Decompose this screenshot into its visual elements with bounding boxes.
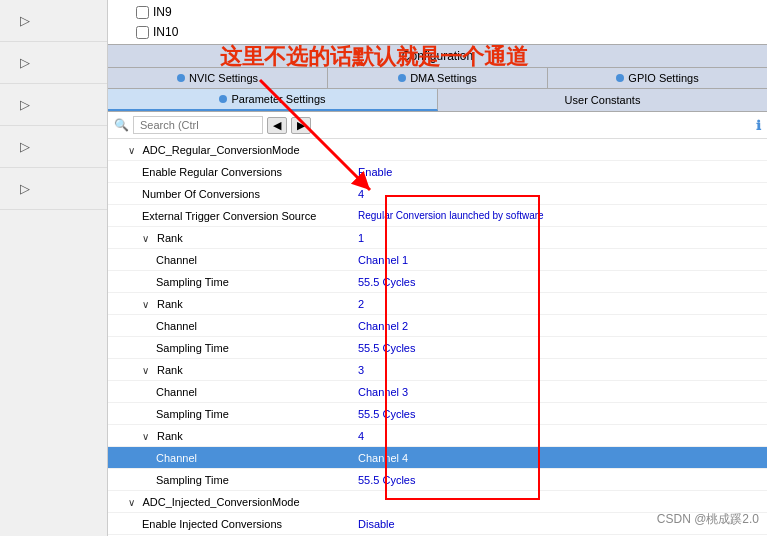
list-item-in9: IN9 [116,2,759,22]
value-sampling1: 55.5 Cycles [354,276,767,288]
value-channel2: Channel 2 [354,320,767,332]
param-tree[interactable]: ∨ ADC_Regular_ConversionMode Enable Regu… [108,139,767,536]
toggle-rank1[interactable]: ∨ [142,233,154,244]
label-in9: IN9 [153,5,172,19]
value-sampling2: 55.5 Cycles [354,342,767,354]
toggle-rank4[interactable]: ∨ [142,431,154,442]
tree-row-sampling1[interactable]: Sampling Time 55.5 Cycles [108,271,767,293]
left-sidebar: ▷ ▷ ▷ ▷ ▷ [0,0,108,536]
tree-row-sampling3[interactable]: Sampling Time 55.5 Cycles [108,403,767,425]
tree-row-adc-regular[interactable]: ∨ ADC_Regular_ConversionMode [108,139,767,161]
arrow-icon-4: ▷ [20,139,30,154]
value-channel3: Channel 3 [354,386,767,398]
toggle-adc-regular[interactable]: ∨ [128,145,140,156]
prev-button[interactable]: ◀ [267,117,287,134]
label-num-conversions: Number Of Conversions [114,188,354,200]
label-adc-injected: ∨ ADC_Injected_ConversionMode [114,496,354,508]
label-channel2: Channel [114,320,354,332]
sidebar-item-1[interactable]: ▷ [0,0,107,42]
search-bar: 🔍 ◀ ▶ ℹ [108,112,767,139]
sidebar-item-3[interactable]: ▷ [0,84,107,126]
tree-row-num-conversions[interactable]: Number Of Conversions 4 [108,183,767,205]
next-button[interactable]: ▶ [291,117,311,134]
watermark: CSDN @桃成蹊2.0 [657,511,759,528]
sidebar-item-5[interactable]: ▷ [0,168,107,210]
tab-parameter-settings[interactable]: Parameter Settings [108,89,438,111]
value-rank1: 1 [354,232,767,244]
value-rank3: 3 [354,364,767,376]
annotation-text: 这里不选的话默认就是一个通道 [220,42,528,72]
tree-row-adc-injected[interactable]: ∨ ADC_Injected_ConversionMode [108,491,767,513]
value-enable-regular: Enable [354,166,767,178]
dot-gpio [616,74,624,82]
arrow-icon-1: ▷ [20,13,30,28]
tree-row-rank3[interactable]: ∨ Rank 3 [108,359,767,381]
value-channel4: Channel 4 [354,452,767,464]
outer-wrapper: ▷ ▷ ▷ ▷ ▷ IN9 IN10 Configuration [0,0,767,536]
tree-row-ext-trigger[interactable]: External Trigger Conversion Source Regul… [108,205,767,227]
value-sampling3: 55.5 Cycles [354,408,767,420]
label-rank4: ∨ Rank [114,430,354,442]
checkbox-in10[interactable] [136,26,149,39]
toggle-adc-injected[interactable]: ∨ [128,497,140,508]
label-channel1: Channel [114,254,354,266]
label-sampling2: Sampling Time [114,342,354,354]
arrow-icon-5: ▷ [20,181,30,196]
label-channel3: Channel [114,386,354,398]
tree-row-channel3[interactable]: Channel Channel 3 [108,381,767,403]
tree-row-rank4[interactable]: ∨ Rank 4 [108,425,767,447]
value-sampling4: 55.5 Cycles [354,474,767,486]
tab-gpio-label: GPIO Settings [628,72,698,84]
label-ext-trigger: External Trigger Conversion Source [114,210,354,222]
tab-user-label: User Constants [565,94,641,106]
tab-bar-2: Parameter Settings User Constants [108,89,767,112]
sidebar-item-4[interactable]: ▷ [0,126,107,168]
list-item-in10: IN10 [116,22,759,42]
tree-row-sampling2[interactable]: Sampling Time 55.5 Cycles [108,337,767,359]
value-channel1: Channel 1 [354,254,767,266]
tree-row-enable-regular[interactable]: Enable Regular Conversions Enable [108,161,767,183]
value-rank4: 4 [354,430,767,442]
checkbox-in9[interactable] [136,6,149,19]
label-enable-injected: Enable Injected Conversions [114,518,354,530]
value-num-conversions: 4 [354,188,767,200]
dot-dma [398,74,406,82]
search-input[interactable] [133,116,263,134]
search-icon: 🔍 [114,118,129,132]
tree-row-rank2[interactable]: ∨ Rank 2 [108,293,767,315]
dot-nvic [177,74,185,82]
tab-user-constants[interactable]: User Constants [438,89,767,111]
tree-row-sampling4[interactable]: Sampling Time 55.5 Cycles [108,469,767,491]
value-rank2: 2 [354,298,767,310]
tree-row-channel2[interactable]: Channel Channel 2 [108,315,767,337]
top-list: IN9 IN10 [108,0,767,44]
label-adc-regular: ∨ ADC_Regular_ConversionMode [114,144,354,156]
main-content: IN9 IN10 Configuration 这里不选的话默认就是一个通道 NV… [108,0,767,536]
toggle-rank2[interactable]: ∨ [142,299,154,310]
label-rank1: ∨ Rank [114,232,354,244]
tree-row-channel4[interactable]: Channel Channel 4 [108,447,767,469]
tab-dma-label: DMA Settings [410,72,477,84]
label-rank2: ∨ Rank [114,298,354,310]
tab-gpio-settings[interactable]: GPIO Settings [548,68,767,88]
label-sampling4: Sampling Time [114,474,354,486]
label-channel4: Channel [114,452,354,464]
tab-nvic-label: NVIC Settings [189,72,258,84]
label-in10: IN10 [153,25,178,39]
sidebar-item-2[interactable]: ▷ [0,42,107,84]
label-enable-regular: Enable Regular Conversions [114,166,354,178]
toggle-rank3[interactable]: ∨ [142,365,154,376]
arrow-icon-2: ▷ [20,55,30,70]
tree-row-channel1[interactable]: Channel Channel 1 [108,249,767,271]
label-rank3: ∨ Rank [114,364,354,376]
info-icon: ℹ [756,118,761,133]
tree-row-rank1[interactable]: ∨ Rank 1 [108,227,767,249]
label-sampling3: Sampling Time [114,408,354,420]
label-sampling1: Sampling Time [114,276,354,288]
tab-param-label: Parameter Settings [231,93,325,105]
arrow-icon-3: ▷ [20,97,30,112]
value-ext-trigger: Regular Conversion launched by software [354,210,767,221]
dot-param [219,95,227,103]
